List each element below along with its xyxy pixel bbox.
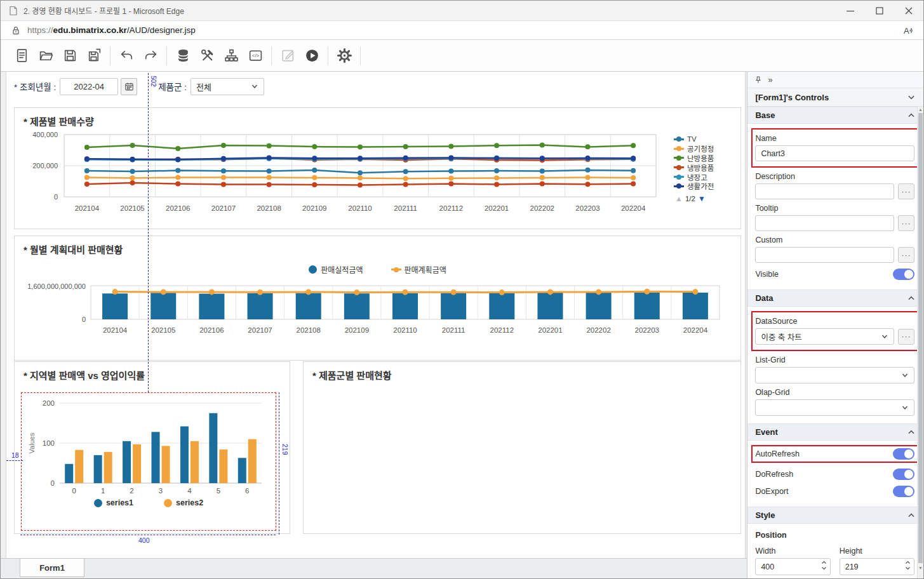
undo-button[interactable] xyxy=(116,45,137,67)
listgrid-select[interactable] xyxy=(755,367,914,383)
description-input[interactable] xyxy=(755,183,894,199)
custom-label: Custom xyxy=(755,236,914,244)
chevron-up-icon xyxy=(907,511,916,520)
chart1-panel[interactable]: * 제품별 판매수량 400,000200,000020210420210520… xyxy=(14,107,741,229)
database-button[interactable] xyxy=(172,45,194,67)
spinner-icons[interactable] xyxy=(905,561,911,570)
toolbar-separator xyxy=(360,46,361,65)
left-measure-guide xyxy=(6,460,23,461)
form-canvas[interactable]: * 조회년월 : * 제품군 : 전체 * 제품별 판매수량 xyxy=(6,72,746,558)
date-filter-input[interactable] xyxy=(60,78,118,95)
chevron-down-icon xyxy=(251,83,258,90)
collapse-panel-icon[interactable]: » xyxy=(768,75,772,84)
svg-text:Values: Values xyxy=(28,432,36,453)
redo-button[interactable] xyxy=(140,45,161,67)
run-button[interactable] xyxy=(301,45,323,67)
chart3-selection-outline[interactable]: 2001000Values0123456 series1 series2 xyxy=(21,392,276,531)
scroll-up-icon[interactable]: ▲ xyxy=(918,107,923,112)
svg-text:202112: 202112 xyxy=(490,326,514,334)
name-input[interactable] xyxy=(755,145,914,161)
chart3-plot: 2001000Values0123456 xyxy=(25,396,272,497)
height-stepper[interactable] xyxy=(840,558,914,575)
calendar-button[interactable] xyxy=(121,78,137,95)
panel-scrollbar[interactable]: ▲ ▼ xyxy=(917,107,923,578)
datasource-select[interactable]: 이중 축 차트 xyxy=(755,328,894,345)
scrollbar-thumb[interactable] xyxy=(918,113,923,563)
save-button[interactable] xyxy=(59,45,81,67)
page-up-icon[interactable]: ▲ xyxy=(675,194,683,203)
description-ellipsis-button[interactable]: ··· xyxy=(898,183,914,199)
datasource-field-highlight: DataSource 이중 축 차트 ··· xyxy=(751,311,919,351)
new-document-button[interactable] xyxy=(11,45,32,67)
edit-button[interactable] xyxy=(277,45,298,67)
read-aloud-icon[interactable]: A xyxy=(902,25,914,36)
product-filter-select[interactable]: 전체 xyxy=(191,78,264,95)
chart3-panel[interactable]: * 지역별 판매액 vs 영업이익률 2001000Values0123456 … xyxy=(14,361,290,534)
svg-text:202107: 202107 xyxy=(248,326,272,334)
address-bar[interactable]: https://edu.bimatrix.co.kr/AUD/designer.… xyxy=(1,21,923,40)
series-marker xyxy=(674,176,684,178)
window-title: 2. 경영 현황 대시보드 - 프로필 1 - Microsoft Edge xyxy=(23,5,184,16)
code-icon: </> xyxy=(248,48,264,63)
panel-header[interactable]: [Form1]'s Controls xyxy=(747,88,923,107)
section-event-label: Event xyxy=(755,427,777,437)
series-marker xyxy=(674,138,684,140)
custom-input[interactable] xyxy=(755,247,894,263)
dorefresh-toggle[interactable] xyxy=(893,469,914,480)
tooltip-ellipsis-button[interactable]: ··· xyxy=(898,215,914,231)
toolbar-separator xyxy=(166,46,167,65)
close-button[interactable] xyxy=(894,1,923,20)
minimize-button[interactable] xyxy=(836,1,865,20)
chart4-title: * 제품군별 판매현황 xyxy=(312,368,392,382)
svg-text:202201: 202201 xyxy=(485,204,509,212)
svg-text:202202: 202202 xyxy=(530,204,554,212)
listgrid-label: List-Grid xyxy=(755,356,914,364)
width-input[interactable] xyxy=(755,558,830,575)
svg-text:202110: 202110 xyxy=(348,204,372,212)
custom-ellipsis-button[interactable]: ··· xyxy=(898,247,914,263)
save-as-button[interactable] xyxy=(83,45,105,67)
section-event-body: AutoRefresh DoRefresh DoExport xyxy=(747,441,923,507)
section-data[interactable]: Data xyxy=(747,290,923,307)
lock-icon xyxy=(11,25,21,36)
section-event[interactable]: Event xyxy=(747,423,923,441)
maximize-button[interactable] xyxy=(865,1,894,20)
open-folder-button[interactable] xyxy=(35,45,57,67)
svg-text:202108: 202108 xyxy=(257,204,281,212)
code-button[interactable]: </> xyxy=(244,45,266,67)
properties-panel: » [Form1]'s Controls Base Name Descripti… xyxy=(747,72,923,578)
series-marker xyxy=(674,185,684,187)
autorefresh-toggle[interactable] xyxy=(893,448,914,460)
url-text: https://edu.bimatrix.co.kr/AUD/designer.… xyxy=(27,25,196,35)
date-filter-label: * 조회년월 : xyxy=(14,80,56,93)
pin-icon[interactable] xyxy=(754,76,763,84)
database-icon xyxy=(175,48,191,63)
tools-button[interactable] xyxy=(196,45,218,67)
height-input[interactable] xyxy=(840,558,914,575)
datasource-ellipsis-button[interactable]: ··· xyxy=(898,329,914,345)
series-marker xyxy=(674,148,684,150)
undo-icon xyxy=(119,48,135,63)
width-stepper[interactable] xyxy=(755,558,830,575)
visible-toggle[interactable] xyxy=(893,269,914,280)
svg-text:200: 200 xyxy=(43,399,55,407)
chart4-panel[interactable]: * 제품군별 판매현황 xyxy=(303,361,741,534)
hierarchy-button[interactable] xyxy=(220,45,242,67)
olapgrid-label: Olap-Grid xyxy=(755,388,914,397)
doexport-toggle[interactable] xyxy=(893,486,914,497)
svg-text:100: 100 xyxy=(43,439,55,447)
save-as-icon xyxy=(86,48,102,63)
tab-form1[interactable]: Form1 xyxy=(20,558,84,577)
chart1-plot: 400,000200,00002021042021052021062021072… xyxy=(18,130,669,225)
olapgrid-select[interactable] xyxy=(755,399,914,416)
tooltip-input[interactable] xyxy=(755,215,894,231)
run-icon xyxy=(304,48,320,63)
settings-button[interactable] xyxy=(333,45,355,67)
scroll-down-icon[interactable]: ▼ xyxy=(918,565,923,571)
section-base[interactable]: Base xyxy=(747,107,923,124)
height-measure-label: 219 xyxy=(281,444,288,455)
section-style[interactable]: Style xyxy=(747,507,923,524)
spinner-icons[interactable] xyxy=(821,561,827,570)
page-down-icon[interactable]: ▼ xyxy=(698,194,706,203)
chart2-panel[interactable]: * 월별 계획대비 판매현황 판매실적금액 판매계획금액 1,600,000,0… xyxy=(14,236,741,361)
